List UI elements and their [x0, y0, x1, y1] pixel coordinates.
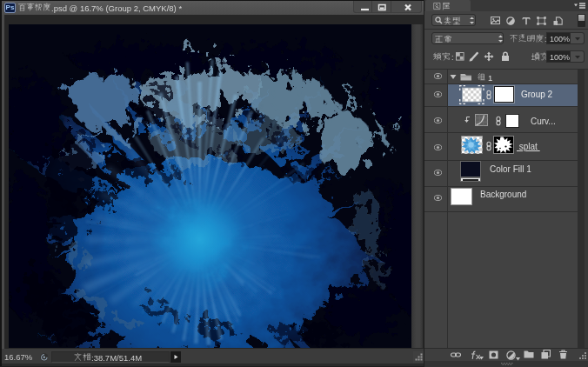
svg-text::: : [451, 53, 454, 62]
